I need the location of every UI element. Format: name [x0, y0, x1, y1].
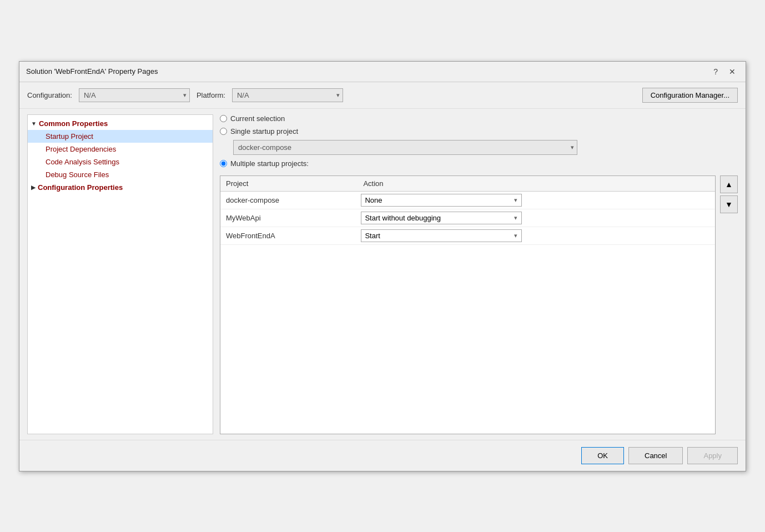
apply-button[interactable]: Apply: [687, 447, 738, 464]
radio-current-label[interactable]: Current selection: [230, 114, 285, 123]
footer: OK Cancel Apply: [19, 440, 746, 471]
radio-current-selection[interactable]: [220, 115, 227, 122]
main-content: ▼ Common Properties Startup Project Proj…: [19, 109, 746, 440]
action-select-wrapper-docker: None Start Start without debugging: [361, 194, 522, 207]
property-pages-dialog: Solution 'WebFrontEndA' Property Pages ?…: [19, 61, 746, 471]
col-header-project: Project: [220, 176, 358, 192]
radio-group: Current selection Single startup project…: [220, 114, 738, 168]
table-row: docker-compose None Start Start without …: [220, 191, 715, 209]
table-row: MyWebApi None Start Start without debugg…: [220, 209, 715, 227]
sidebar-item-startup-project[interactable]: Startup Project: [28, 130, 213, 143]
config-label: Configuration:: [27, 91, 72, 99]
config-select-wrapper: N/A: [79, 88, 190, 102]
radio-row-multiple: Multiple startup projects:: [220, 159, 738, 168]
multiple-projects-section: Project Action docker-compose: [220, 175, 738, 434]
startup-project-label: Startup Project: [46, 132, 93, 140]
config-bar: Configuration: N/A Platform: N/A Configu…: [19, 82, 746, 109]
ok-button[interactable]: OK: [581, 447, 624, 464]
sidebar-config-label: Configuration Properties: [38, 183, 123, 192]
project-name-webfrontenda: WebFrontEndA: [220, 227, 358, 244]
config-select[interactable]: N/A: [79, 88, 190, 102]
sidebar-item-configuration-properties[interactable]: ▶ Configuration Properties: [28, 181, 213, 194]
col-header-action: Action: [358, 176, 715, 192]
table-body: docker-compose None Start Start without …: [220, 191, 715, 244]
table-empty-area: [220, 245, 715, 434]
table-row: WebFrontEndA None Start Start without de…: [220, 227, 715, 244]
cancel-button[interactable]: Cancel: [628, 447, 683, 464]
radio-single-startup[interactable]: [220, 128, 227, 135]
title-bar: Solution 'WebFrontEndA' Property Pages ?…: [19, 62, 746, 82]
action-select-wrapper-webfrontenda: None Start Start without debugging: [361, 229, 522, 242]
platform-select-wrapper: N/A: [232, 88, 343, 102]
sidebar-item-common-properties[interactable]: ▼ Common Properties: [28, 117, 213, 130]
action-select-wrapper-mywebapi: None Start Start without debugging: [361, 212, 522, 224]
project-name-docker: docker-compose: [220, 191, 358, 209]
action-select-webfrontenda[interactable]: None Start Start without debugging: [361, 229, 522, 242]
right-panel: Current selection Single startup project…: [220, 114, 738, 434]
single-project-select-wrapper: docker-compose: [233, 140, 577, 155]
up-down-buttons: ▲ ▼: [720, 175, 738, 434]
single-project-select[interactable]: docker-compose: [233, 140, 577, 155]
platform-select[interactable]: N/A: [232, 88, 343, 102]
expand-icon-common: ▼: [31, 121, 37, 127]
project-dependencies-label: Project Dependencies: [46, 145, 116, 153]
projects-table-wrapper: Project Action docker-compose: [220, 175, 716, 434]
title-bar-buttons: ? ✕: [710, 66, 739, 77]
action-cell-mywebapi: None Start Start without debugging: [358, 209, 715, 227]
radio-multiple-label[interactable]: Multiple startup projects:: [230, 159, 309, 168]
sidebar: ▼ Common Properties Startup Project Proj…: [27, 114, 213, 434]
code-analysis-label: Code Analysis Settings: [46, 158, 119, 166]
radio-single-label[interactable]: Single startup project: [230, 127, 298, 135]
debug-source-label: Debug Source Files: [46, 170, 109, 179]
action-cell-webfrontenda: None Start Start without debugging: [358, 227, 715, 244]
projects-table: Project Action docker-compose: [220, 176, 715, 245]
table-header: Project Action: [220, 176, 715, 192]
close-button[interactable]: ✕: [726, 66, 739, 77]
radio-multiple-startup[interactable]: [220, 160, 227, 167]
dialog-title: Solution 'WebFrontEndA' Property Pages: [26, 67, 158, 76]
action-cell-docker: None Start Start without debugging: [358, 191, 715, 209]
sidebar-item-debug-source[interactable]: Debug Source Files: [28, 168, 213, 181]
radio-row-single: Single startup project: [220, 127, 738, 135]
platform-label: Platform:: [197, 91, 225, 99]
down-arrow-icon: ▼: [725, 200, 733, 209]
sidebar-item-code-analysis[interactable]: Code Analysis Settings: [28, 155, 213, 168]
move-down-button[interactable]: ▼: [720, 195, 738, 213]
expand-icon-config: ▶: [31, 184, 36, 190]
sidebar-item-project-dependencies[interactable]: Project Dependencies: [28, 143, 213, 155]
move-up-button[interactable]: ▲: [720, 175, 738, 193]
single-project-row: docker-compose: [233, 140, 577, 155]
radio-row-current: Current selection: [220, 114, 738, 123]
action-select-mywebapi[interactable]: None Start Start without debugging: [361, 212, 522, 224]
up-arrow-icon: ▲: [725, 180, 733, 189]
action-select-docker[interactable]: None Start Start without debugging: [361, 194, 522, 207]
project-name-mywebapi: MyWebApi: [220, 209, 358, 227]
config-manager-button[interactable]: Configuration Manager...: [642, 88, 738, 103]
sidebar-common-label: Common Properties: [39, 119, 108, 128]
help-button[interactable]: ?: [710, 66, 721, 77]
